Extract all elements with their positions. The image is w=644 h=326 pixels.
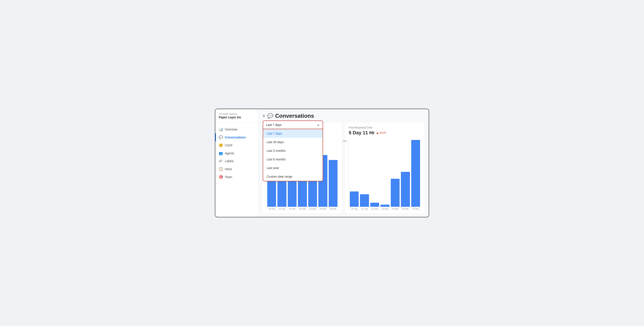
dropdown-option-lastyear[interactable]: Last year xyxy=(263,164,323,172)
sidebar-item-label: Inbox xyxy=(225,167,232,171)
bar-group-04sep-right: 04-Sep xyxy=(401,140,410,210)
sidebar-nav: 📊 Overview 💬 Conversations 😊 CSAT 👥 Agen… xyxy=(215,124,258,182)
arrow-up-icon xyxy=(376,132,378,134)
hamburger-icon[interactable]: ≡ xyxy=(263,114,265,118)
labels-icon: 🏷 xyxy=(219,159,223,163)
bar-label-31aug-right: 31-Aug xyxy=(362,208,368,210)
chart-title-frt: First Response Time xyxy=(349,126,421,129)
frt-badge-value: 611% xyxy=(380,131,386,134)
sidebar-item-label: Conversations xyxy=(225,136,246,139)
sidebar-item-team[interactable]: 🎯 Team xyxy=(215,173,258,181)
charts-area: Last 7 days ▲ Last 7 days Last 30 days L… xyxy=(258,123,429,217)
csat-icon: 😊 xyxy=(219,143,223,147)
currently-viewing-label: Currently viewing: xyxy=(219,112,255,115)
date-range-dropdown-wrapper: Last 7 days ▲ Last 7 days Last 30 days L… xyxy=(263,120,323,181)
bar-label-03sep-right: 03-Sep xyxy=(392,208,398,210)
bar-label-04sep-left: 04-Sep xyxy=(320,208,326,210)
bar-group-05sep-left: 05-Sep xyxy=(329,138,338,210)
main-content: ≡ 💬 Conversations Last 7 days ▲ Last 7 d… xyxy=(258,109,429,217)
overview-icon: 📊 xyxy=(219,127,223,131)
bar-group-02sep-right: 02-Sep xyxy=(380,140,389,210)
dropdown-option-last6m[interactable]: Last 6 months xyxy=(263,155,323,164)
bar-30aug-right xyxy=(350,192,359,207)
bar-label-02sep-left: 02-Sep xyxy=(299,208,306,210)
bar-label-30aug-left: 30-Aug xyxy=(268,208,275,210)
frt-value: 5 Day 11 Hr xyxy=(349,130,374,136)
chevron-up-icon: ▲ xyxy=(317,123,320,126)
bar-31aug-right xyxy=(360,194,369,207)
frt-bar-chart: 34d 30-Aug 31-Aug 01-Sep xyxy=(349,138,421,210)
frt-bars-container: 34d 30-Aug 31-Aug 01-Sep xyxy=(349,138,421,210)
dropdown-option-custom[interactable]: Custom date range xyxy=(263,172,323,181)
chart-value-frt: 5 Day 11 Hr 611% xyxy=(349,130,421,136)
sidebar-item-overview[interactable]: 📊 Overview xyxy=(215,125,258,133)
sidebar-item-label: Overview xyxy=(225,128,237,131)
app-frame: Currently viewing: Paper Layer Inc 📊 Ove… xyxy=(215,109,429,217)
sidebar-header: Currently viewing: Paper Layer Inc xyxy=(215,112,258,123)
dropdown-option-last30[interactable]: Last 30 days xyxy=(263,138,323,146)
team-icon: 🎯 xyxy=(219,175,223,179)
sidebar-item-label: CSAT xyxy=(225,144,232,147)
bar-label-04sep-right: 04-Sep xyxy=(402,208,408,210)
bar-02sep-right xyxy=(380,204,389,207)
bar-label-01sep-left: 01-Sep xyxy=(289,208,295,210)
frt-badge: 611% xyxy=(376,131,386,134)
bar-label-03sep-left: 03-Sep xyxy=(310,208,316,210)
sidebar-item-label: Team xyxy=(225,175,232,179)
bar-01sep-right xyxy=(370,203,379,207)
bar-group-30aug-right: 30-Aug xyxy=(350,140,359,210)
bar-group-05sep-right: 05-Sep xyxy=(411,140,420,210)
page-title: Conversations xyxy=(275,112,314,119)
bar-label-05sep-left: 05-Sep xyxy=(330,208,336,210)
date-range-menu: Last 7 days Last 30 days Last 3 months L… xyxy=(263,129,323,181)
agents-icon: 👥 xyxy=(219,151,223,155)
bar-label-02sep-right: 02-Sep xyxy=(382,208,388,210)
date-range-selected: Last 7 days xyxy=(266,123,282,126)
sidebar-item-label: Agents xyxy=(225,152,234,155)
bar-label-30aug-right: 30-Aug xyxy=(351,208,357,210)
sidebar-item-label: Labels xyxy=(225,159,234,163)
bar-03sep-right xyxy=(391,179,400,207)
conversations-icon: 💬 xyxy=(219,135,223,139)
bar-label-31aug-left: 31-Aug xyxy=(279,208,285,210)
bar-label-01sep-right: 01-Sep xyxy=(372,208,378,210)
bar-05sep-right xyxy=(411,140,420,207)
frt-y-axis-label: 34d xyxy=(343,140,346,142)
first-response-chart-card: First Response Time 5 Day 11 Hr 611% 34d… xyxy=(345,123,424,214)
bar-02sep-left xyxy=(298,177,307,207)
date-range-select[interactable]: Last 7 days ▲ xyxy=(263,120,323,129)
bar-04sep-right xyxy=(401,172,410,207)
sidebar-item-agents[interactable]: 👥 Agents xyxy=(215,149,258,157)
sidebar-item-csat[interactable]: 😊 CSAT xyxy=(215,141,258,149)
bar-group-01sep-right: 01-Sep xyxy=(370,140,379,210)
sidebar-item-inbox[interactable]: 📋 Inbox xyxy=(215,165,258,173)
bar-group-03sep-right: 03-Sep xyxy=(391,140,400,210)
bar-05sep-left xyxy=(329,160,338,207)
company-name: Paper Layer Inc xyxy=(219,116,255,119)
dropdown-option-last3m[interactable]: Last 3 months xyxy=(263,146,323,155)
bar-group-31aug-right: 31-Aug xyxy=(360,140,369,210)
bar-01sep-left xyxy=(288,178,296,207)
sidebar: Currently viewing: Paper Layer Inc 📊 Ove… xyxy=(215,109,258,217)
dropdown-option-last7[interactable]: Last 7 days xyxy=(263,129,323,138)
inbox-icon: 📋 xyxy=(219,167,223,171)
sidebar-item-conversations[interactable]: 💬 Conversations xyxy=(215,133,258,141)
page-title-icon: 💬 xyxy=(267,113,273,119)
sidebar-item-labels[interactable]: 🏷 Labels xyxy=(215,157,258,165)
bar-label-05sep-right: 05-Sep xyxy=(412,208,419,210)
